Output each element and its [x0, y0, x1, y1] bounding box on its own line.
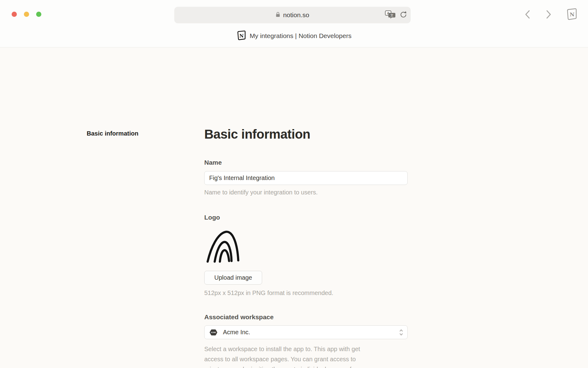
- workspace-select[interactable]: ACME Acme Inc.: [204, 325, 408, 339]
- url-text: notion.so: [283, 11, 309, 19]
- close-window-button[interactable]: [12, 12, 17, 17]
- notion-app-button[interactable]: N: [566, 7, 578, 21]
- back-button[interactable]: [523, 9, 532, 20]
- associated-workspace-label: Associated workspace: [204, 313, 273, 321]
- integration-name-input[interactable]: [204, 171, 408, 185]
- browser-window: notion.so A 文: [0, 0, 588, 368]
- browser-toolbar: notion.so A 文: [0, 0, 588, 25]
- settings-sidebar: Basic information: [87, 130, 138, 137]
- svg-text:文: 文: [390, 13, 394, 17]
- sidebar-item-basic-information[interactable]: Basic information: [87, 130, 138, 137]
- svg-text:ACME: ACME: [211, 332, 216, 333]
- svg-text:N: N: [570, 11, 575, 17]
- basic-information-section: Basic information Name Name to identify …: [204, 127, 408, 142]
- integration-logo-image: [205, 229, 242, 263]
- workspace-help-line: Select a workspace to install the app to…: [204, 344, 408, 354]
- notion-cube-icon: N: [566, 17, 578, 22]
- workspace-help-text: Select a workspace to install the app to…: [204, 344, 408, 368]
- name-help-text: Name to identify your integration to use…: [204, 189, 318, 196]
- zoom-window-button[interactable]: [36, 12, 41, 17]
- notion-favicon: N: [236, 30, 246, 42]
- page-content: Basic information Basic information Name…: [0, 48, 588, 368]
- select-chevrons-icon: [399, 328, 404, 336]
- tab-title-bar: N My integrations | Notion Developers: [0, 25, 588, 48]
- minimize-window-button[interactable]: [24, 12, 29, 17]
- logo-help-text: 512px x 512px in PNG format is recommend…: [204, 289, 333, 297]
- translate-icon: A 文: [385, 10, 395, 20]
- svg-text:N: N: [239, 33, 244, 39]
- chevron-left-icon: [524, 16, 531, 21]
- workspace-help-line: private pages by inviting the app to ind…: [204, 364, 408, 368]
- workspace-name: Acme Inc.: [223, 329, 250, 336]
- page-title: Basic information: [204, 127, 408, 142]
- lock-icon: [276, 12, 280, 19]
- workspace-help-line: access to all workspace pages. You can g…: [204, 354, 408, 364]
- upload-image-button[interactable]: Upload image: [204, 271, 262, 285]
- reload-icon: [400, 11, 407, 20]
- page-tab-title: My integrations | Notion Developers: [250, 32, 351, 40]
- address-bar[interactable]: notion.so A 文: [174, 7, 411, 23]
- name-label: Name: [204, 159, 222, 166]
- forward-button[interactable]: [544, 9, 553, 20]
- logo-label: Logo: [204, 214, 220, 221]
- workspace-logo-badge: ACME: [209, 329, 218, 336]
- chevron-right-icon: [545, 16, 552, 21]
- reload-button[interactable]: [400, 11, 407, 20]
- translate-button[interactable]: A 文: [385, 10, 395, 20]
